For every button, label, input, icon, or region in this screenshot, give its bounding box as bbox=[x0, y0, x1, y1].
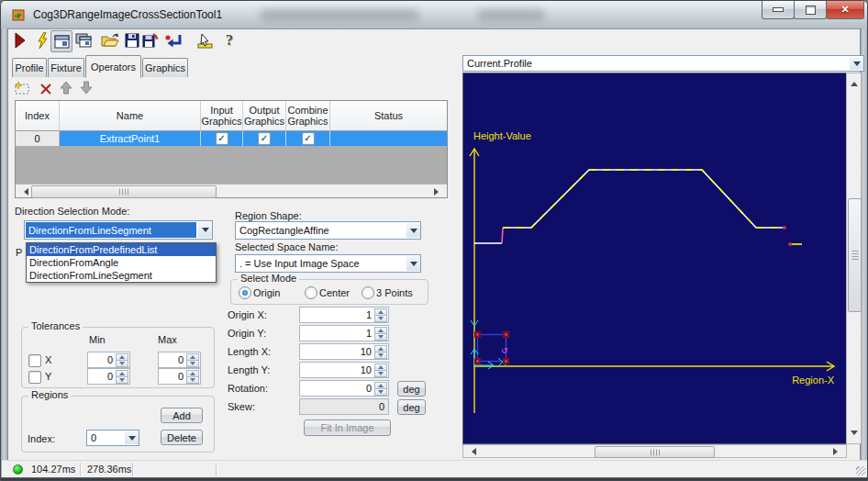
display-h-scrollbar[interactable] bbox=[462, 444, 847, 458]
dropdown-option[interactable]: DirectionFromAngle bbox=[27, 256, 216, 269]
region-shape-combo[interactable]: CogRectangleAffine bbox=[235, 221, 421, 240]
checkbox-checked[interactable]: ✓ bbox=[302, 132, 315, 145]
checkbox-checked[interactable]: ✓ bbox=[216, 132, 228, 145]
dropdown-option[interactable]: DirectionFromLineSegment bbox=[27, 269, 216, 282]
scrollbar-thumb[interactable] bbox=[595, 446, 715, 458]
tolerance-x-min-field[interactable]: 0 bbox=[87, 352, 130, 368]
reset-button[interactable] bbox=[163, 30, 184, 50]
add-operator-button[interactable] bbox=[13, 80, 31, 96]
length-y-field[interactable]: 10 bbox=[299, 362, 389, 378]
save-as-button[interactable] bbox=[141, 30, 161, 50]
minimize-button[interactable] bbox=[762, 1, 795, 19]
cell-status[interactable] bbox=[330, 131, 447, 146]
column-header-name[interactable]: Name bbox=[60, 101, 201, 131]
delete-operator-button[interactable] bbox=[37, 81, 55, 97]
origin-y-spinner[interactable] bbox=[374, 327, 387, 340]
skew-deg-button[interactable]: deg bbox=[397, 399, 426, 415]
tolerance-x-checkbox[interactable] bbox=[28, 354, 41, 367]
live-run-button[interactable] bbox=[32, 30, 52, 50]
tab-fixture[interactable]: Fixture bbox=[48, 58, 84, 77]
cell-output-graphics[interactable]: ✓ bbox=[243, 131, 286, 146]
dropdown-arrow-icon[interactable] bbox=[406, 223, 420, 238]
tolerance-y-max-field[interactable]: 0 bbox=[158, 368, 201, 385]
table-row[interactable]: 0 ExtractPoint1 ✓ ✓ ✓ bbox=[16, 131, 447, 146]
spinner[interactable] bbox=[186, 353, 199, 366]
tolerance-y-min-field[interactable]: 0 bbox=[87, 368, 130, 385]
run-button[interactable] bbox=[10, 30, 30, 50]
add-region-button[interactable]: Add bbox=[161, 408, 203, 423]
space-name-combo[interactable]: . = Use Input Image Space bbox=[235, 254, 421, 273]
spinner[interactable] bbox=[186, 370, 199, 383]
dropdown-arrow-icon[interactable] bbox=[198, 222, 212, 238]
move-down-button[interactable] bbox=[77, 79, 95, 95]
close-button[interactable]: ✕ bbox=[826, 1, 864, 19]
table-h-scrollbar[interactable] bbox=[16, 184, 447, 197]
cell-combine-graphics[interactable]: ✓ bbox=[286, 131, 330, 146]
region-index-combo[interactable]: 0 bbox=[86, 430, 139, 446]
tab-profile[interactable]: Profile bbox=[12, 58, 47, 77]
direction-mode-combo[interactable]: DirectionFromLineSegment bbox=[24, 220, 213, 240]
profile-display[interactable]: Height-Value Region-X ↺ bbox=[462, 73, 847, 444]
rotation-spinner[interactable] bbox=[374, 382, 387, 395]
tab-operators[interactable]: Operators bbox=[85, 55, 141, 78]
thumb-grip bbox=[651, 449, 660, 455]
radio-center-label[interactable]: Center bbox=[319, 287, 350, 298]
length-x-spinner[interactable] bbox=[374, 345, 387, 358]
spinner[interactable] bbox=[116, 370, 128, 383]
rotation-field[interactable]: 0 bbox=[299, 380, 389, 397]
rotation-deg-button[interactable]: deg bbox=[397, 381, 426, 397]
scroll-right-icon[interactable] bbox=[434, 188, 442, 196]
help-button[interactable]: ? bbox=[219, 30, 239, 50]
copy-controls-button[interactable] bbox=[73, 30, 94, 50]
dropdown-option[interactable]: DirectionFromPredefinedList bbox=[27, 243, 216, 256]
radio-origin-label[interactable]: Origin bbox=[253, 287, 280, 298]
tab-graphics[interactable]: Graphics bbox=[142, 58, 188, 77]
select-mode-legend: Select Mode bbox=[238, 273, 299, 284]
scrollbar-thumb[interactable] bbox=[31, 185, 217, 198]
scroll-up-icon[interactable] bbox=[851, 78, 858, 86]
tolerance-x-max-field[interactable]: 0 bbox=[158, 352, 201, 368]
save-button[interactable] bbox=[122, 30, 142, 50]
scroll-right-icon[interactable] bbox=[833, 448, 841, 455]
move-up-button[interactable] bbox=[57, 79, 75, 95]
dropdown-arrow-icon[interactable] bbox=[125, 431, 139, 444]
radio-center[interactable] bbox=[305, 286, 317, 299]
dropdown-arrow-icon[interactable] bbox=[850, 57, 863, 70]
column-header-index[interactable]: Index bbox=[16, 101, 60, 131]
column-header-output-graphics[interactable]: Output Graphics bbox=[243, 101, 286, 131]
show-controls-toggle[interactable] bbox=[50, 30, 72, 52]
radio-3points[interactable] bbox=[362, 286, 374, 299]
open-button[interactable] bbox=[100, 30, 120, 50]
checkbox-checked[interactable]: ✓ bbox=[258, 132, 271, 145]
origin-y-field[interactable]: 1 bbox=[299, 325, 389, 341]
resize-grip[interactable] bbox=[856, 466, 865, 475]
radio-3points-label[interactable]: 3 Points bbox=[376, 287, 413, 298]
column-header-input-graphics[interactable]: Input Graphics bbox=[201, 101, 243, 131]
length-y-spinner[interactable] bbox=[374, 364, 387, 376]
scroll-down-icon[interactable] bbox=[851, 431, 858, 439]
spinner[interactable] bbox=[116, 353, 128, 366]
cell-name[interactable]: ExtractPoint1 bbox=[60, 131, 201, 146]
origin-x-spinner[interactable] bbox=[374, 308, 387, 321]
probe-button[interactable] bbox=[195, 30, 216, 50]
display-v-scrollbar[interactable] bbox=[846, 73, 862, 444]
delete-region-button[interactable]: Delete bbox=[161, 430, 203, 445]
cell-input-graphics[interactable]: ✓ bbox=[201, 131, 243, 146]
scrollbar-thumb[interactable] bbox=[848, 198, 862, 312]
run-icon bbox=[13, 32, 28, 49]
fit-in-image-button[interactable]: Fit In Image bbox=[304, 419, 391, 436]
dropdown-arrow-icon[interactable] bbox=[406, 256, 420, 271]
tolerance-y-checkbox[interactable] bbox=[28, 371, 41, 384]
title-bar: Cog3DRangeImageCrossSectionTool1 ✕ bbox=[1, 1, 868, 29]
display-record-combo[interactable]: Current.Profile bbox=[462, 55, 864, 72]
scroll-left-icon[interactable] bbox=[468, 448, 476, 455]
length-x-field[interactable]: 10 bbox=[299, 343, 389, 360]
origin-x-field[interactable]: 1 bbox=[299, 307, 389, 323]
column-header-status[interactable]: Status bbox=[330, 101, 447, 131]
column-header-combine-graphics[interactable]: Combine Graphics bbox=[286, 101, 330, 131]
scroll-left-icon[interactable] bbox=[20, 188, 28, 196]
restore-button[interactable] bbox=[794, 1, 827, 19]
radio-origin[interactable] bbox=[239, 286, 251, 299]
rotation-handle-icon[interactable]: ↺ bbox=[501, 346, 508, 355]
cell-index[interactable]: 0 bbox=[16, 131, 60, 146]
